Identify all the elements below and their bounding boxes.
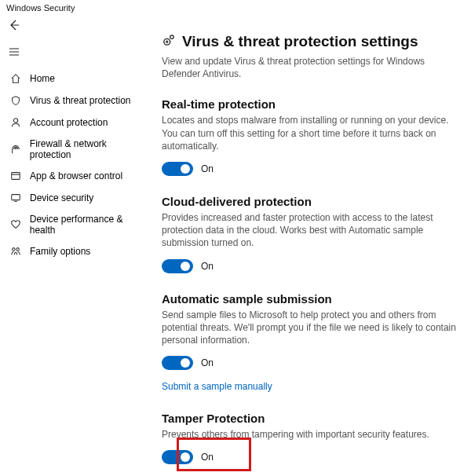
home-icon [9,72,22,85]
firewall-icon [9,143,22,156]
tamper-toggle[interactable] [162,450,193,464]
page-subtitle: View and update Virus & threat protectio… [162,55,457,80]
sidebar-item-home[interactable]: Home [0,68,155,90]
section-sample: Automatic sample submission Send sample … [162,292,457,394]
section-title: Tamper Protection [162,412,457,425]
sidebar-item-firewall[interactable]: Firewall & network protection [0,134,155,165]
section-desc: Send sample files to Microsoft to help p… [162,309,457,347]
sidebar: Home Virus & threat protection Account p… [0,16,155,476]
sidebar-item-label: Family options [30,246,90,257]
sidebar-item-virus[interactable]: Virus & threat protection [0,90,155,112]
sidebar-item-label: App & browser control [30,170,122,181]
section-realtime: Real-time protection Locates and stops m… [162,97,457,176]
device-security-icon [9,192,22,204]
section-desc: Prevents others from tampering with impo… [162,428,457,441]
main-content: Virus & threat protection settings View … [155,16,471,476]
menu-button[interactable] [5,42,24,61]
section-cloud: Cloud-delivered protection Provides incr… [162,195,457,273]
hamburger-icon [8,46,20,58]
svg-rect-1 [12,173,20,180]
section-title: Cloud-delivered protection [162,195,457,208]
section-title: Automatic sample submission [162,292,457,306]
section-desc: Provides increased and faster protection… [162,211,457,250]
sidebar-item-account[interactable]: Account protection [0,112,155,134]
svg-point-6 [166,41,168,42]
section-title: Real-time protection [162,97,457,111]
svg-point-0 [13,119,17,123]
toggle-state: On [201,163,214,174]
sidebar-item-label: Firewall & network protection [30,138,149,160]
section-desc: Locates and stops malware from installin… [162,114,457,152]
svg-rect-2 [12,195,20,200]
toggle-state: On [201,357,214,368]
sidebar-item-label: Device performance & health [30,214,149,236]
sidebar-item-label: Virus & threat protection [30,95,131,106]
sample-toggle[interactable] [162,356,193,370]
account-icon [9,116,22,129]
toggle-state: On [201,452,214,463]
toggle-state: On [201,261,214,272]
family-icon [9,245,22,258]
sidebar-item-app-browser[interactable]: App & browser control [0,165,155,187]
gear-icon [162,33,176,47]
window-title: Windows Security [0,0,471,16]
svg-point-3 [13,248,16,251]
sidebar-item-label: Device security [30,192,93,203]
nav-list: Home Virus & threat protection Account p… [0,68,155,262]
realtime-toggle[interactable] [162,162,193,176]
page-title: Virus & threat protection settings [182,33,418,50]
sidebar-item-performance[interactable]: Device performance & health [0,209,155,240]
app-browser-icon [9,170,22,182]
heart-icon [9,218,22,231]
svg-point-5 [164,38,170,45]
sidebar-item-label: Account protection [30,117,108,128]
sidebar-item-family[interactable]: Family options [0,240,155,262]
submit-sample-link[interactable]: Submit a sample manually [162,381,272,392]
cloud-toggle[interactable] [162,259,193,273]
svg-point-4 [16,248,20,251]
section-tamper: Tamper Protection Prevents others from t… [162,412,457,464]
svg-point-7 [170,35,174,39]
back-button[interactable] [5,16,24,35]
sidebar-item-label: Home [30,73,55,84]
shield-icon [9,94,22,107]
sidebar-item-device-security[interactable]: Device security [0,187,155,209]
back-arrow-icon [8,19,20,31]
